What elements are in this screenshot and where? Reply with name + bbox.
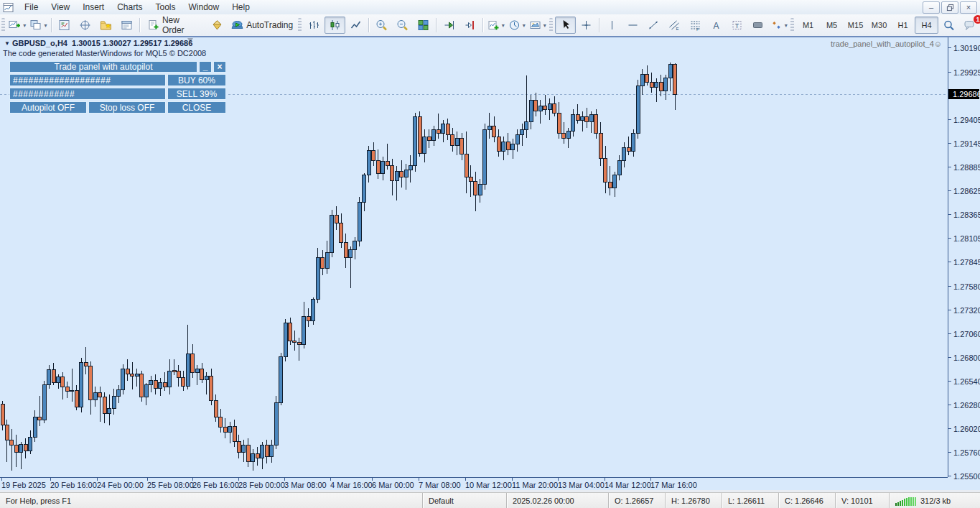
candle (316, 248, 319, 303)
arrows-button[interactable]: ▾ (768, 17, 789, 34)
vertical-line-button[interactable] (602, 17, 622, 34)
new-chart-button[interactable]: ▾ (7, 17, 28, 34)
navigator-button[interactable] (95, 17, 116, 34)
candle (437, 114, 440, 138)
auto-scroll-button[interactable] (439, 17, 459, 34)
menu-item-insert[interactable]: Insert (76, 1, 111, 14)
trendline-button[interactable] (643, 17, 664, 34)
candle (38, 396, 42, 426)
chevron-down-icon: ▾ (44, 22, 47, 29)
candle (497, 129, 500, 157)
zoom-out-button[interactable] (392, 17, 413, 34)
menu-item-charts[interactable]: Charts (111, 1, 149, 14)
candle (279, 353, 283, 405)
candle (576, 104, 579, 124)
candle (418, 111, 421, 157)
timeframe-m5-button[interactable]: M5 (820, 17, 844, 34)
new-chart-icon (9, 19, 21, 31)
menu-item-view[interactable]: View (45, 1, 76, 14)
fibonacci-button[interactable]: F (685, 17, 706, 34)
autopilot-toggle-button[interactable]: Autopilot OFF (9, 101, 87, 114)
trade-panel-minimize-button[interactable]: _ (199, 61, 212, 73)
menu-item-file[interactable]: File (18, 1, 45, 14)
price-axis-label: 1.27845 (953, 258, 980, 267)
candle (589, 111, 593, 133)
trade-panel-close-button[interactable]: × (213, 61, 226, 73)
toolbar-grip[interactable] (1, 18, 5, 32)
zoom-in-button[interactable] (371, 17, 392, 34)
trade-panel-title[interactable]: Trade panel with autopilot (9, 61, 197, 73)
candle (469, 165, 472, 197)
menu-item-tools[interactable]: Tools (149, 1, 182, 14)
timeframe-m15-button[interactable]: M15 (844, 17, 867, 34)
market-watch-button[interactable] (54, 17, 75, 34)
candlestick-button[interactable] (325, 17, 345, 34)
search-button[interactable] (938, 17, 959, 34)
toolbar-grip[interactable] (298, 18, 302, 32)
templates-button[interactable]: ▾ (527, 17, 548, 34)
expert-advisors-button[interactable] (207, 17, 228, 34)
candle (98, 387, 102, 421)
cursor-button[interactable] (555, 17, 576, 34)
menu-item-help[interactable]: Help (225, 1, 256, 14)
chart-plot-area[interactable]: ▼GBPUSD_o,H4 1.30015 1.30027 1.29517 1.2… (0, 37, 948, 477)
candle (61, 372, 65, 400)
candle (543, 95, 547, 115)
text-label-button[interactable]: T (727, 17, 747, 34)
toolbox-button[interactable] (116, 17, 137, 34)
status-profile[interactable]: Default (422, 493, 506, 508)
candle (478, 179, 482, 203)
timeframe-h1-button[interactable]: H1 (891, 17, 915, 34)
new-order-label: New Order (162, 15, 202, 35)
line-chart-button[interactable] (345, 17, 366, 34)
candle (427, 129, 431, 147)
candle (5, 420, 9, 461)
channel-button[interactable]: E (664, 17, 685, 34)
bar-chart-button[interactable] (304, 17, 325, 34)
time-axis-label: 26 Feb 16:00 (192, 481, 239, 489)
ea-smiley-icon[interactable]: ☺ (934, 40, 942, 48)
timeframe-m1-button[interactable]: M1 (796, 17, 820, 34)
timeframe-h4-button[interactable]: H4 (915, 17, 938, 34)
crosshair-button[interactable] (576, 17, 597, 34)
tile-windows-button[interactable] (413, 17, 434, 34)
toolbar-separator (599, 18, 599, 32)
symbol-dropdown-icon[interactable]: ▼ (4, 40, 10, 47)
close-position-button[interactable]: CLOSE (167, 101, 226, 114)
candle (594, 109, 598, 139)
mdi-restore-button[interactable] (941, 1, 958, 14)
mdi-minimize-button[interactable]: – (923, 1, 940, 14)
periods-button[interactable]: ▾ (506, 17, 527, 34)
time-axis-label: 20 Feb 16:00 (50, 481, 97, 489)
stoploss-toggle-button[interactable]: Stop loss OFF (88, 101, 166, 114)
time-axis-label: 28 Feb 00:00 (238, 481, 285, 489)
price-tick (948, 333, 951, 334)
candle (335, 206, 338, 230)
profiles-button[interactable]: ▾ (28, 17, 49, 34)
shapes-button[interactable] (747, 17, 768, 34)
text-button[interactable]: A (706, 17, 727, 34)
notifications-button[interactable]: 1 (959, 17, 980, 34)
new-order-button[interactable]: New Order (142, 17, 207, 34)
toolbar-grip[interactable] (549, 18, 553, 32)
autotrading-button[interactable]: AutoTrading (228, 17, 297, 34)
candle (493, 116, 496, 142)
timeframe-m30-button[interactable]: M30 (867, 17, 891, 34)
sell-button[interactable]: SELL 39% (167, 88, 226, 100)
data-window-button[interactable] (75, 17, 95, 34)
price-tick (948, 119, 951, 120)
toolbar-separator (482, 18, 483, 32)
notification-badge: 1 (973, 14, 980, 24)
horizontal-line-button[interactable] (622, 17, 643, 34)
connection-bars-icon (895, 497, 917, 506)
indicators-icon (487, 19, 500, 31)
mt5-terminal: FileViewInsertChartsToolsWindowHelp – × … (0, 0, 980, 508)
mdi-close-button[interactable]: × (960, 1, 977, 14)
indicators-button[interactable]: ▾ (485, 17, 506, 34)
chart-shift-button[interactable] (459, 17, 480, 34)
price-axis[interactable]: 1.29686 1.301901.299251.294051.291451.28… (948, 37, 980, 477)
buy-button[interactable]: BUY 60% (167, 74, 226, 86)
menu-item-window[interactable]: Window (182, 1, 226, 14)
toolbar-grip[interactable] (790, 18, 794, 32)
candle (581, 111, 584, 131)
